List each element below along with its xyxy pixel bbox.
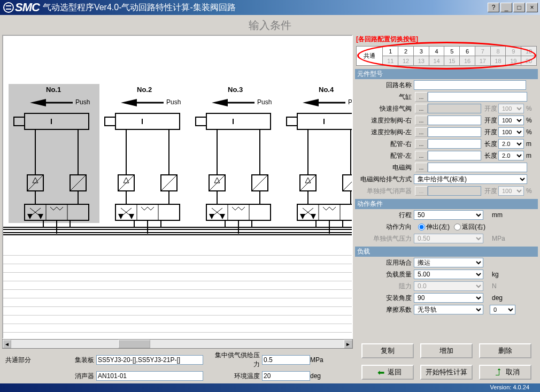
speed-ctrl-l-browse-button[interactable]: ... (415, 127, 428, 137)
help-button[interactable]: ? (488, 3, 499, 12)
supply-press-input[interactable] (262, 355, 310, 365)
tab-1[interactable]: 1 (383, 47, 398, 56)
speed-ctrl-r-unit: % (524, 117, 535, 124)
add-button[interactable]: 增加 (420, 343, 473, 358)
cancel-button[interactable]: ⮥ 取消 (479, 365, 531, 380)
direction-extend-radio[interactable] (418, 224, 425, 230)
minimize-button[interactable]: _ (500, 3, 512, 12)
tab-20[interactable]: 20 (521, 56, 537, 66)
calc-button[interactable]: 开始特性计算 (420, 365, 473, 380)
indiv-press-label: 单独供气压力 (355, 234, 414, 243)
supply-type-select[interactable]: 集中给排气(标准) (414, 174, 527, 184)
close-button[interactable]: × (526, 3, 538, 12)
diagram-hscrollbar[interactable]: ◄ ► (2, 339, 353, 349)
tab-6[interactable]: 6 (460, 47, 475, 56)
svg-text:No.4: No.4 (319, 86, 334, 94)
speed-ctrl-r-input[interactable] (428, 116, 481, 125)
solenoid-input[interactable] (428, 163, 527, 172)
pipe-l-length-select[interactable]: 2.0 (498, 151, 524, 160)
tab-18[interactable]: 18 (490, 56, 506, 66)
back-button[interactable]: ⬅ 返回 (361, 365, 414, 380)
tab-8[interactable]: 8 (490, 47, 506, 56)
env-temp-label: 环境温度 (214, 372, 262, 381)
scroll-track[interactable] (11, 340, 344, 348)
friction-spin[interactable]: 0 (490, 305, 515, 314)
quick-exhaust-opening-select[interactable]: 100 (498, 104, 524, 113)
speed-ctrl-l-label: 速度控制阀-左 (355, 128, 414, 137)
tab-5[interactable]: 5 (444, 47, 460, 56)
speed-ctrl-l-opening-select[interactable]: 100 (498, 127, 524, 137)
tab-11[interactable]: 11 (383, 56, 398, 66)
tab-12[interactable]: 12 (398, 56, 414, 66)
svg-rect-31 (115, 113, 180, 129)
scroll-left-icon[interactable]: ◄ (3, 340, 11, 348)
solenoid-browse-button[interactable]: ... (415, 163, 428, 172)
application-select[interactable]: 搬运 (414, 258, 483, 267)
resistance-unit: N (483, 282, 505, 290)
pipe-l-browse-button[interactable]: ... (415, 151, 428, 160)
angle-label: 安装角度 (355, 294, 414, 303)
silencer-input[interactable] (96, 371, 203, 381)
nav-button-row: ⬅ 返回 开始特性计算 ⮥ 取消 (355, 362, 538, 383)
svg-text:Push: Push (166, 98, 181, 106)
quick-exhaust-input[interactable] (428, 104, 481, 113)
tab-2[interactable]: 2 (398, 47, 414, 56)
tab-7[interactable]: 7 (475, 47, 490, 56)
svg-marker-38 (124, 178, 129, 183)
speed-ctrl-l-input[interactable] (428, 127, 481, 137)
pipe-r-length-select[interactable]: 2.0 (498, 139, 524, 149)
tab-10[interactable]: 10 (521, 47, 537, 56)
circuit-diagram[interactable]: No.1 Push No.2 Push (2, 35, 353, 339)
svg-rect-91 (343, 175, 353, 191)
logo-icon (3, 2, 14, 13)
circuit-name-input[interactable] (414, 80, 526, 90)
pipe-l-input[interactable] (428, 151, 481, 160)
window-title: 气动选型程序Ver4.0-气动回路特性计算-集装阀回路 (43, 2, 236, 13)
pipe-r-unit: m (524, 140, 535, 148)
tab-common[interactable]: 共通 (357, 47, 383, 66)
tab-16[interactable]: 16 (460, 56, 475, 66)
cylinder-input[interactable] (428, 92, 527, 102)
svg-rect-32 (105, 117, 115, 126)
pipe-r-browse-button[interactable]: ... (415, 139, 428, 149)
cylinder-browse-button[interactable]: ... (415, 92, 428, 102)
status-bar: Version: 4.0.24 (0, 383, 540, 392)
manifold-input[interactable] (96, 355, 203, 365)
motion-form: 行程 50 mm 动作方向 伸出(左) 返回(右) 单独供气压力 0.50 MP… (355, 209, 538, 244)
scroll-right-icon[interactable]: ► (344, 340, 352, 348)
pipe-r-label: 配管-右 (355, 140, 414, 149)
angle-select[interactable]: 90 (414, 293, 483, 303)
svg-text:Push: Push (257, 98, 272, 106)
tab-9[interactable]: 9 (506, 47, 521, 56)
svg-text:Push: Push (348, 98, 353, 106)
pipe-l-extra-label: 长度 (481, 151, 498, 160)
indiv-silencer-browse-button[interactable]: ... (415, 186, 428, 196)
copy-button[interactable]: 复制 (361, 343, 414, 358)
tab-3[interactable]: 3 (413, 47, 429, 56)
svg-text:No.1: No.1 (46, 86, 61, 94)
speed-ctrl-r-browse-button[interactable]: ... (415, 116, 428, 125)
quick-exhaust-label: 快速排气阀 (355, 104, 414, 113)
tab-4[interactable]: 4 (429, 47, 444, 56)
env-temp-unit: deg (310, 372, 331, 380)
direction-return-radio[interactable] (454, 224, 461, 230)
tabs-header-label: [各回路配置切换按钮] (355, 35, 538, 45)
mass-select[interactable]: 5.00 (414, 270, 483, 279)
speed-ctrl-r-opening-select[interactable]: 100 (498, 116, 524, 125)
stroke-select[interactable]: 50 (414, 210, 483, 220)
tab-13[interactable]: 13 (413, 56, 429, 66)
diagram-grid-area (3, 247, 352, 338)
version-label: Version: 4.0.24 (490, 384, 529, 390)
speed-ctrl-l-unit: % (524, 128, 535, 136)
tab-14[interactable]: 14 (429, 56, 444, 66)
maximize-button[interactable]: □ (513, 3, 525, 12)
pipe-r-input[interactable] (428, 139, 481, 149)
tab-17[interactable]: 17 (475, 56, 490, 66)
tab-19[interactable]: 19 (506, 56, 521, 66)
delete-button[interactable]: 删除 (479, 343, 531, 358)
tab-15[interactable]: 15 (444, 56, 460, 66)
scroll-thumb[interactable] (118, 340, 150, 348)
friction-select[interactable]: 无导轨 (414, 305, 483, 314)
quick-exhaust-browse-button[interactable]: ... (415, 104, 428, 113)
env-temp-input[interactable] (262, 371, 310, 381)
